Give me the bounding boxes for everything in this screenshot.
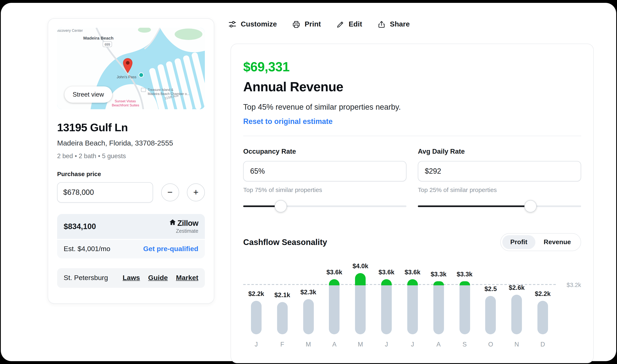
bar	[459, 281, 470, 334]
bar	[251, 301, 261, 334]
bar-value-label: $2.2k	[535, 290, 551, 297]
zillow-house-icon	[169, 219, 176, 228]
chart-bars: $2.2k$2.1k$2.3k$3.6k$4.0k$3.6k$3.6k$3.3k…	[243, 256, 556, 334]
share-icon	[378, 20, 386, 28]
threshold-label: $3.2k	[567, 282, 581, 288]
chart-bar-column: $3.6k	[373, 256, 399, 334]
bar-value-label: $2.3k	[300, 289, 316, 296]
market-link[interactable]: Market	[176, 274, 198, 282]
bar-value-label: $2.6k	[509, 284, 525, 291]
occupancy-rate-label: Occupancy Rate	[243, 148, 406, 155]
print-label: Print	[305, 20, 321, 28]
chart-bar-column: $2.6k	[504, 256, 530, 334]
chart-bar-column: $2.1k	[269, 256, 295, 334]
bar-value-label: $3.6k	[327, 269, 342, 276]
decrease-price-button[interactable]: −	[161, 183, 179, 201]
customize-label: Customize	[241, 20, 277, 28]
map-label-sunset-1: Sunset Vistas	[115, 99, 136, 103]
property-location: Madeira Beach, Florida, 33708-2555	[57, 139, 205, 148]
chart-bar-column: $3.6k	[321, 256, 347, 334]
print-button[interactable]: Print	[292, 20, 321, 28]
bar	[303, 299, 314, 335]
map-route-badge: 699	[105, 43, 110, 46]
sliders-icon	[228, 20, 237, 28]
purchase-price-label: Purchase price	[57, 170, 205, 177]
bar	[381, 279, 392, 334]
app-window: 699 Discovery Center Madeira Beach John'…	[1, 3, 616, 361]
profit-revenue-toggle: Profit Revenue	[500, 233, 581, 251]
monthly-estimate: Est. $4,001/mo	[64, 245, 110, 253]
bar	[277, 302, 288, 335]
property-address: 13195 Gulf Ln	[57, 121, 205, 134]
occupancy-hint: Top 75% of similar properties	[243, 186, 406, 193]
market-city: St. Petersburg	[64, 274, 108, 282]
month-label: N	[504, 341, 530, 348]
chart-bar-column: $3.6k	[399, 256, 426, 334]
chart-bar-column: $3.3k	[426, 256, 452, 334]
app-stage: 699 Discovery Center Madeira Beach John'…	[0, 0, 617, 364]
daily-rate-hint: Top 25% of similar properties	[418, 186, 581, 193]
month-label: D	[530, 341, 556, 348]
month-label: J	[373, 341, 399, 348]
printer-icon	[292, 20, 301, 28]
map-label-chamber-1: Treasure Island &	[148, 88, 173, 91]
bar	[511, 295, 522, 334]
guide-link[interactable]: Guide	[148, 274, 168, 282]
property-map[interactable]: 699 Discovery Center Madeira Beach John'…	[57, 28, 205, 109]
revenue-card: $69,331 Annual Revenue Top 45% revenue o…	[231, 44, 594, 363]
bar-value-label: $3.3k	[431, 271, 447, 278]
month-label: J	[399, 341, 426, 348]
purchase-price-input[interactable]	[57, 182, 153, 203]
toggle-profit[interactable]: Profit	[502, 235, 535, 249]
bar-value-label: $2.5	[485, 286, 497, 293]
cashflow-seasonality-title: Cashflow Seasonality	[243, 237, 327, 247]
pencil-icon	[336, 20, 345, 28]
chart-months: JFMAMJJASOND	[243, 334, 556, 348]
avg-daily-rate-label: Avg Daily Rate	[418, 148, 581, 155]
property-specs: 2 bed • 2 bath • 5 guests	[57, 153, 205, 160]
map-label-chamber-2: Madeira Beach Chamber o...	[148, 92, 190, 96]
divider	[243, 136, 581, 136]
share-label: Share	[390, 20, 410, 28]
bar	[407, 279, 418, 334]
reset-estimate-link[interactable]: Reset to original estimate	[243, 117, 333, 126]
map-pin-icon	[123, 58, 133, 75]
chart-bar-column: $2.3k	[295, 256, 321, 334]
bar	[485, 296, 496, 335]
month-label: A	[426, 341, 452, 348]
bar	[329, 279, 340, 334]
bar-value-label: $2.1k	[274, 292, 290, 299]
customize-button[interactable]: Customize	[228, 20, 277, 28]
daily-rate-slider-thumb[interactable]	[524, 200, 537, 212]
occupancy-rate-input[interactable]	[243, 161, 406, 182]
map-label-discovery: Discovery Center	[57, 28, 83, 33]
market-row: St. Petersburg Laws Guide Market	[57, 268, 205, 288]
occupancy-slider[interactable]	[243, 200, 406, 213]
zestimate-label: Zestimate	[169, 228, 198, 234]
month-label: O	[478, 341, 504, 348]
property-card: 699 Discovery Center Madeira Beach John'…	[48, 18, 214, 304]
prequalify-link[interactable]: Get pre-qualified	[143, 245, 198, 253]
chart-bar-column: $2.2k	[530, 256, 556, 334]
zillow-wordmark: Zillow	[177, 219, 198, 228]
daily-rate-slider[interactable]	[418, 200, 581, 213]
month-label: M	[295, 341, 321, 348]
annual-revenue-amount: $69,331	[243, 60, 581, 75]
chart-bar-column: $4.0k	[347, 256, 374, 334]
map-label-johns-pass: John's Pass	[117, 75, 137, 79]
street-view-button[interactable]: Street view	[65, 86, 112, 103]
map-label-madeira: Madeira Beach	[83, 36, 113, 40]
laws-link[interactable]: Laws	[123, 274, 140, 282]
increase-price-button[interactable]: +	[187, 183, 205, 201]
annual-revenue-title: Annual Revenue	[243, 79, 581, 95]
month-label: M	[347, 341, 374, 348]
edit-button[interactable]: Edit	[336, 20, 362, 28]
bar-value-label: $2.2k	[248, 290, 264, 297]
share-button[interactable]: Share	[378, 20, 410, 28]
occupancy-slider-thumb[interactable]	[275, 200, 287, 212]
avg-daily-rate-input[interactable]	[418, 161, 581, 182]
toggle-revenue[interactable]: Revenue	[535, 235, 579, 249]
seasonality-chart: $3.2k $2.2k$2.1k$2.3k$3.6k$4.0k$3.6k$3.6…	[243, 256, 581, 348]
bar-value-label: $3.6k	[405, 269, 421, 276]
bar-value-label: $3.3k	[457, 271, 473, 278]
